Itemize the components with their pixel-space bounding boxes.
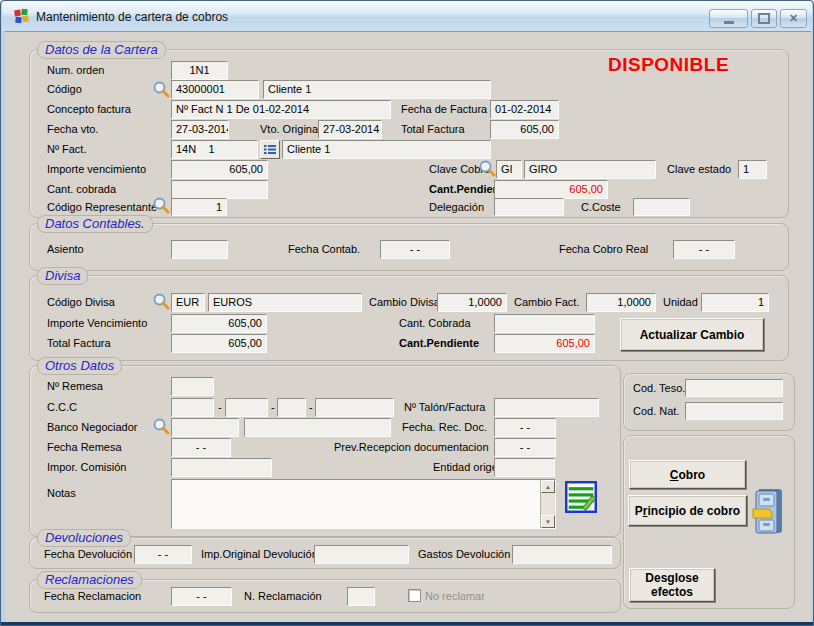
delegacion-field[interactable] [494,198,564,216]
num-fact-field[interactable]: 14N 1 [171,140,258,159]
codigo-field[interactable]: 43000001 [171,80,259,99]
n-reclamacion-label: N. Reclamación [244,590,322,603]
divisa-importe-vencimiento-field[interactable]: 605,00 [171,314,267,333]
desglose-line2: efectos [651,585,693,599]
notes-icon [565,480,597,514]
fecha-remesa-field[interactable]: - - [171,438,231,457]
cod-teso-field[interactable] [685,379,783,397]
banco-negociador-desc-field[interactable] [244,418,391,437]
fecha-factura-field[interactable]: 01-02-2014 [490,100,559,119]
fecha-remesa-label: Fecha Remesa [47,441,122,454]
no-reclamar-checkbox[interactable] [408,589,421,602]
search-icon[interactable] [152,80,170,98]
concepto-field[interactable]: Nº Fact N 1 De 01-02-2014 [171,100,391,119]
num-remesa-field[interactable] [171,377,214,396]
total-factura-field[interactable]: 605,00 [490,120,559,139]
close-button[interactable]: ✕ [780,9,807,28]
asiento-label: Asiento [47,243,84,256]
scroll-down-icon[interactable]: ▼ [541,515,555,528]
group-otros-datos-title: Otros Datos [37,357,122,375]
fecha-rec-doc-label: Fecha. Rec. Doc. [402,421,487,434]
actualizar-cambio-button[interactable]: Actualizar Cambio [620,318,764,351]
title-bar: Mantenimiento de cartera de cobros ✕ [2,1,812,31]
principio-de-cobro-button[interactable]: Principio de cobro [628,495,747,526]
ccc-separator: - [218,401,222,413]
fecha-factura-label: Fecha de Factura [401,103,487,116]
ccc-field-2[interactable] [225,398,268,417]
cambio-fact-field[interactable]: 1,0000 [586,293,656,312]
divisa-cant-cobrada-field[interactable] [494,314,595,333]
app-icon [13,8,30,24]
no-reclamar-label: No reclamar [425,590,485,603]
ccc-separator: - [271,401,275,413]
archive-icon[interactable] [751,487,785,535]
cobro-button[interactable]: Cobro [629,460,746,489]
search-icon[interactable] [152,292,170,310]
num-talon-field[interactable] [494,398,599,417]
divisa-total-factura-field[interactable]: 605,00 [171,334,267,353]
list-icon [263,143,277,156]
desglose-efectos-button[interactable]: Desglose efectos [629,568,715,602]
maximize-icon [758,13,770,24]
asiento-field[interactable] [171,240,228,259]
ccc-field-3[interactable] [277,398,306,417]
cambio-divisa-field[interactable]: 1,0000 [437,293,507,312]
search-icon[interactable] [152,196,170,214]
notas-textarea[interactable]: ▲ ▼ [171,479,556,529]
concepto-label: Concepto factura [47,103,131,116]
divisa-cant-cobrada-label: Cant. Cobrada [399,317,471,330]
fecha-devolucion-field[interactable]: - - [134,545,192,564]
prev-recepcion-field[interactable]: - - [494,438,556,457]
divisa-total-factura-label: Total Factura [47,337,111,350]
notas-label: Notas [47,487,76,500]
num-fact-list-button[interactable] [260,140,280,159]
codigo-nombre-field[interactable]: Cliente 1 [263,80,491,99]
clave-cobro-desc-field[interactable]: GIRO [524,160,656,179]
num-orden-field[interactable]: 1N1 [171,61,228,80]
fecha-reclamacion-field[interactable]: - - [171,587,232,606]
maximize-button[interactable] [751,9,777,28]
notas-text [174,481,539,527]
n-reclamacion-field[interactable] [347,587,375,606]
fecha-vto-field[interactable]: 27-03-2014 [171,120,229,139]
notas-scrollbar[interactable]: ▲ ▼ [540,480,555,528]
divisa-cant-pendiente-field[interactable]: 605,00 [494,334,595,353]
minimize-button[interactable] [709,9,748,28]
search-icon[interactable] [152,417,170,435]
fecha-cobro-real-field[interactable]: - - [673,240,735,259]
ccc-field-1[interactable] [171,398,214,417]
vto-original-label: Vto. Original [260,123,321,136]
impor-comision-label: Impor. Comisión [47,461,126,474]
impor-comision-field[interactable] [171,458,272,477]
gastos-devolucion-field[interactable] [512,545,612,564]
codigo-representante-field[interactable]: 1 [171,198,227,216]
banco-negociador-field[interactable] [171,418,239,437]
edit-notes-button[interactable] [563,478,599,516]
vto-original-field[interactable]: 27-03-2014 [318,120,382,139]
cant-pendiente-field[interactable]: 605,00 [494,180,608,199]
unidad-field[interactable]: 1 [701,293,769,312]
scroll-up-icon[interactable]: ▲ [541,480,555,493]
c-coste-label: C.Coste [581,201,621,214]
cant-cobrada-field[interactable] [171,180,268,199]
fecha-vto-label: Fecha vto. [47,123,98,136]
codigo-divisa-field[interactable]: EUR [171,293,205,312]
clave-estado-field[interactable]: 1 [738,160,767,179]
cant-cobrada-label: Cant. cobrada [47,183,116,196]
group-reclamaciones-title: Reclamaciones [37,571,142,589]
search-icon[interactable] [478,159,496,177]
ccc-field-4[interactable] [315,398,394,417]
c-coste-field[interactable] [633,198,690,216]
fecha-contab-field[interactable]: - - [380,240,450,259]
imp-original-devolucion-field[interactable] [314,545,409,564]
codigo-divisa-desc-field[interactable]: EUROS [208,293,362,312]
num-fact-nombre-field[interactable]: Cliente 1 [282,140,491,159]
importe-vencimiento-field[interactable]: 605,00 [171,160,268,179]
banco-negociador-label: Banco Negociador [47,421,138,434]
entidad-origen-field[interactable] [494,458,555,477]
total-factura-label: Total Factura [401,123,465,136]
cod-nat-field[interactable] [685,402,783,420]
num-talon-label: Nº Talón/Factura [404,401,485,414]
fecha-rec-doc-field[interactable]: - - [494,418,556,437]
clave-cobro-field[interactable]: GI [496,160,522,179]
